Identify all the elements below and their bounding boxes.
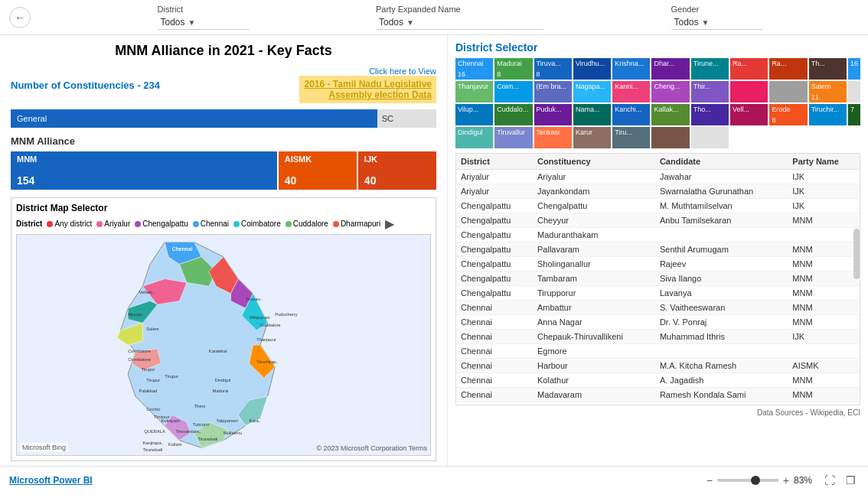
table-row[interactable]: ChengalpattuCheyyurAnbu TamilsekaranMNM xyxy=(456,213,860,228)
sel-cell-cuddalo[interactable]: Cuddalo... xyxy=(494,104,532,125)
sel-cell-nagapa[interactable]: Nagapa... xyxy=(573,81,611,102)
sel-cell-ra1[interactable]: Ra... xyxy=(730,58,768,80)
sel-cell-coim[interactable]: Coim... xyxy=(494,81,532,102)
expand-icon[interactable]: ❐ xyxy=(843,473,859,488)
table-row[interactable]: ChennaiMaduravoyalS. Padma Priya[13]MNM xyxy=(456,402,860,406)
sel-cell-kallak[interactable]: Kallak... xyxy=(651,104,689,125)
legend-cuddalore[interactable]: Cuddalore xyxy=(286,220,328,228)
col-party[interactable]: Party Name xyxy=(788,154,860,170)
sel-cell-chennai[interactable]: Chennai16 xyxy=(455,58,493,80)
table-row[interactable]: ChengalpattuChengalpattuM. Muthtamilselv… xyxy=(456,199,860,213)
data-table-container[interactable]: District Constituency Candidate Party Na… xyxy=(455,153,860,405)
general-bar[interactable]: General xyxy=(11,109,377,128)
sel-cell-16[interactable]: 16 xyxy=(848,58,860,80)
col-district[interactable]: District xyxy=(456,154,533,170)
map-area[interactable]: Chennai Vellark.. Mysuru Salem Coimbator… xyxy=(16,234,431,456)
gender-dropdown[interactable]: Todos ▼ xyxy=(671,15,763,30)
sel-cell-tiruchir[interactable]: Tiruchir... xyxy=(809,104,847,125)
legend-any[interactable]: Any district xyxy=(47,220,92,228)
sel-cell-7[interactable]: 7 xyxy=(848,104,860,125)
legend-chennai[interactable]: Chennai xyxy=(193,220,229,228)
sel-cell-krishna[interactable]: Krishna... xyxy=(612,58,650,80)
sel-cell-nama[interactable]: Nama... xyxy=(573,104,611,125)
gender-filter: Gender Todos ▼ xyxy=(671,5,763,30)
zoom-level: 83% xyxy=(794,475,817,486)
sel-cell-puduk[interactable]: Puduk... xyxy=(534,104,572,125)
sel-cell-embra[interactable]: (Em bra... xyxy=(534,81,572,102)
sel-cell-th[interactable]: Th... xyxy=(809,58,847,80)
party-dropdown[interactable]: Todos ▼ xyxy=(376,15,544,30)
legend-arrow[interactable]: ▶ xyxy=(385,216,394,231)
col-candidate[interactable]: Candidate xyxy=(655,154,788,170)
back-button[interactable]: ← xyxy=(9,7,31,28)
sel-cell-erode[interactable]: Erode8 xyxy=(769,104,807,125)
fit-screen-icon[interactable]: ⛶ xyxy=(821,473,838,488)
sel-cell-tiru2[interactable]: Tiru... xyxy=(612,127,650,148)
legend-chengalpattu[interactable]: Chengalpattu xyxy=(135,220,188,228)
sel-cell-tirune[interactable]: Tirune... xyxy=(691,58,729,80)
page-title: MNM Alliance in 2021 - Key Facts xyxy=(11,43,436,59)
scrollbar[interactable] xyxy=(853,229,860,279)
ijk-party-name: IJK xyxy=(364,155,430,164)
svg-text:Coimbatore: Coimbatore xyxy=(128,349,151,353)
zoom-in-button[interactable]: + xyxy=(783,474,789,486)
table-row[interactable]: ChennaiMadavaramRamesh Kondala SamiMNM xyxy=(456,388,860,402)
table-row[interactable]: ChennaiKolathurA. JagadishMNM xyxy=(456,373,860,388)
sel-cell-brown[interactable] xyxy=(651,127,689,148)
sc-bar[interactable]: SC xyxy=(377,109,433,128)
legend-dharmapuri[interactable]: Dharmapuri xyxy=(333,220,380,228)
sel-cell-madurai[interactable]: Madurai8 xyxy=(494,58,532,80)
legend-coimbatore[interactable]: Coimbatore xyxy=(233,220,281,228)
district-dropdown[interactable]: Todos ▼ xyxy=(158,15,250,30)
svg-text:Cuddalore: Cuddalore xyxy=(260,323,281,327)
sel-cell-virudhu[interactable]: Virudhu... xyxy=(573,58,611,80)
ijk-bar[interactable]: IJK 40 xyxy=(358,151,436,190)
table-row[interactable]: AriyalurAriyalurJawaharIJK xyxy=(456,170,860,184)
constituencies-label: Number of Constituencies - 234 xyxy=(11,80,160,91)
table-row[interactable]: ChennaiEgmore xyxy=(456,344,860,359)
sel-cell-dindigul[interactable]: Dindigul xyxy=(455,127,493,148)
link-line2[interactable]: Assembly election Data xyxy=(328,89,432,100)
mnm-alliance-label: MNM Alliance xyxy=(11,135,436,147)
zoom-slider[interactable] xyxy=(717,479,778,482)
sel-cell-ra2[interactable]: Ra... xyxy=(769,58,807,80)
sel-cell-tho[interactable]: Tho... xyxy=(691,104,729,125)
assembly-election-link[interactable]: 2016 - Tamil Nadu Legislative Assembly e… xyxy=(299,76,436,103)
sel-cell-thanjavur[interactable]: Thanjavur xyxy=(455,81,493,102)
sel-cell-dhar[interactable]: Dhar... xyxy=(651,58,689,80)
sel-cell-vell[interactable]: Vell... xyxy=(730,104,768,125)
sel-cell-vilup[interactable]: Vilup... xyxy=(455,104,493,125)
table-row[interactable]: ChengalpattuMaduranthakam xyxy=(456,228,860,242)
table-row[interactable]: ChengalpattuPallavaramSenthil ArumugamMN… xyxy=(456,242,860,257)
table-row[interactable]: ChengalpattuTirupporurLavanyaMNM xyxy=(456,286,860,301)
table-row[interactable]: AriyalurJayankondamSwarnalatha Gurunatha… xyxy=(456,184,860,199)
col-constituency[interactable]: Constituency xyxy=(533,154,655,170)
table-row[interactable]: ChennaiChepauk-ThiruvallikeniMuhammad It… xyxy=(456,330,860,344)
sel-cell-tiruva[interactable]: Tiruva...8 xyxy=(534,58,572,80)
table-row[interactable]: ChengalpattuSholinganallurRajeevMNM xyxy=(456,257,860,272)
zoom-handle[interactable] xyxy=(751,476,760,485)
sel-cell-tiruvallur[interactable]: Tiruvallur xyxy=(494,127,532,148)
powerbi-link[interactable]: Microsoft Power BI xyxy=(9,475,93,486)
constituencies-row: Number of Constituencies - 234 Click her… xyxy=(11,67,436,103)
table-row[interactable]: ChengalpattuTambaramSiva IlangoMNM xyxy=(456,272,860,286)
sel-cell-karur[interactable]: Karur xyxy=(573,127,611,148)
legend-ariyalur[interactable]: Ariyalur xyxy=(96,220,130,228)
table-row[interactable]: ChennaiAmbatturS. VaitheeswaranMNM xyxy=(456,301,860,315)
data-table: District Constituency Candidate Party Na… xyxy=(456,154,860,405)
sel-cell-grey1[interactable] xyxy=(769,81,807,102)
sel-cell-tenkasi[interactable]: Tenkasi xyxy=(534,127,572,148)
map-copyright[interactable]: © 2023 Microsoft Corporation Terms xyxy=(316,444,427,452)
sel-cell-cheng[interactable]: Cheng... xyxy=(651,81,689,102)
sel-cell-kanni[interactable]: Kanni... xyxy=(612,81,650,102)
mnm-bar[interactable]: MNM 154 xyxy=(11,151,277,190)
sel-cell-kanchi[interactable]: Kanchi... xyxy=(612,104,650,125)
sel-cell-thir[interactable]: Thir... xyxy=(691,81,729,102)
sel-cell-salem[interactable]: Salem11 xyxy=(809,81,847,102)
table-row[interactable]: ChennaiHarbourM.A. Kitcha RameshAISMK xyxy=(456,359,860,373)
table-row[interactable]: ChennaiAnna NagarDr. V. PonrajMNM xyxy=(456,315,860,330)
sel-cell-pink[interactable] xyxy=(730,81,768,102)
aismk-bar[interactable]: AISMK 40 xyxy=(279,151,357,190)
link-line1[interactable]: 2016 - Tamil Nadu Legislative xyxy=(304,79,432,89)
zoom-out-button[interactable]: − xyxy=(706,474,713,486)
